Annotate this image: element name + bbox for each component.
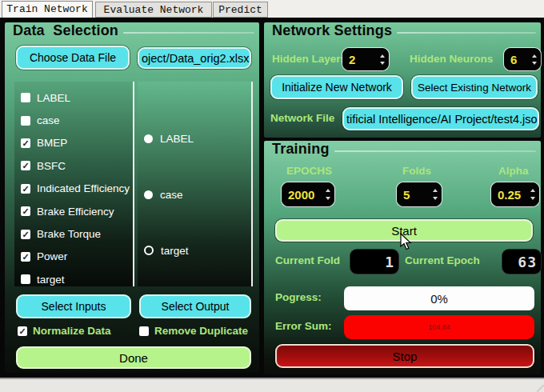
output-item-label: case (160, 189, 183, 201)
current-epoch-label: Current Epoch (405, 254, 480, 266)
network-file-label: Network File (270, 112, 334, 124)
checkbox-icon[interactable]: ✓ (21, 138, 30, 148)
spinner-arrows-icon[interactable] (322, 183, 334, 206)
hidden-neurons-spinbox[interactable]: 6 (504, 48, 541, 70)
checkbox-icon[interactable]: ✓ (21, 252, 30, 262)
output-list[interactable]: LABELcasetarget (138, 82, 253, 286)
input-item-label: LABEL (37, 92, 70, 104)
title-rule (397, 32, 536, 34)
input-list-item[interactable]: ✓Brake Torque (14, 222, 133, 245)
input-item-label: Power (37, 250, 67, 262)
checkbox-icon[interactable]: ✓ (21, 206, 30, 216)
error-sum-label: Error Sum: (275, 320, 332, 332)
input-item-label: case (37, 114, 60, 126)
error-sum-bar: 104.84 (344, 315, 534, 339)
tab-train-network[interactable]: Train Network (2, 1, 93, 18)
input-list-item[interactable]: ✓Brake Efficiency (14, 200, 133, 222)
hidden-neurons-value: 6 (505, 53, 529, 66)
normalize-data-checkbox[interactable]: ✓ Normalize Data (18, 325, 111, 337)
main-area: Data Selection Choose Data File oject/Da… (0, 18, 544, 379)
epochs-label: EPOCHS (286, 165, 332, 177)
remove-duplicate-label: Remove Duplicate (154, 325, 248, 337)
hidden-layers-spinbox[interactable]: 2 (342, 48, 389, 70)
select-existing-network-button[interactable]: Select Existing Network (411, 75, 538, 99)
current-epoch-display: 63 (502, 250, 541, 274)
stop-button[interactable]: Stop (275, 344, 534, 368)
network-settings-title-text: Network Settings (272, 22, 392, 39)
folds-label: Folds (402, 165, 431, 177)
spinner-arrows-icon[interactable] (529, 49, 540, 70)
data-file-path-field[interactable]: oject/Data_orig2.xlsx (138, 47, 251, 69)
alpha-label: Alpha (498, 165, 529, 177)
data-selection-title: Data Selection (13, 22, 254, 39)
choose-data-file-button[interactable]: Choose Data File (16, 46, 130, 70)
input-list-item[interactable]: target (14, 268, 133, 290)
resize-grip-icon (531, 379, 544, 392)
remove-duplicate-checkbox[interactable]: Remove Duplicate (139, 325, 248, 337)
initialize-new-network-button[interactable]: Initialize New Network (270, 75, 403, 99)
tab-bar: Train Network Evaluate Network Predict (0, 0, 544, 18)
output-item-label: LABEL (160, 133, 194, 145)
checkbox-icon[interactable]: ✓ (21, 184, 30, 194)
training-title: Training (272, 141, 536, 158)
input-list-item[interactable]: ✓BSFC (14, 154, 133, 177)
current-fold-label: Current Fold (275, 254, 340, 266)
checkbox-icon[interactable] (21, 274, 30, 284)
radio-icon[interactable] (144, 134, 153, 143)
radio-icon[interactable] (144, 246, 154, 255)
checkbox-icon[interactable] (21, 93, 30, 102)
input-item-label: Indicated Efficiency (37, 182, 130, 194)
checkbox-icon[interactable]: ✓ (21, 161, 30, 170)
spinner-arrows-icon[interactable] (377, 49, 388, 70)
data-selection-panel: Data Selection Choose Data File oject/Da… (5, 22, 259, 373)
tab-predict[interactable]: Predict (213, 2, 268, 18)
normalize-data-label: Normalize Data (33, 325, 111, 337)
input-item-label: Brake Efficiency (37, 206, 114, 218)
input-list-item[interactable]: ✓BMEP (14, 132, 133, 154)
input-list-item[interactable]: case (14, 109, 133, 131)
progress-bar: 0% (344, 286, 534, 310)
hidden-layers-label: Hidden Layers (272, 53, 346, 65)
hidden-neurons-label: Hidden Neurons (410, 53, 493, 65)
title-rule (123, 32, 254, 34)
alpha-value: 0.25 (492, 188, 527, 202)
epochs-value: 2000 (282, 188, 322, 202)
tab-evaluate-network[interactable]: Evaluate Network (95, 2, 212, 18)
select-output-button[interactable]: Select Output (139, 294, 251, 318)
output-item-label: target (161, 245, 189, 257)
output-list-item[interactable]: target (138, 222, 251, 278)
radio-icon[interactable] (144, 190, 153, 199)
checkbox-icon[interactable]: ✓ (21, 230, 30, 239)
folds-spinbox[interactable]: 5 (397, 182, 442, 206)
data-selection-title-text: Data Selection (13, 22, 118, 39)
done-button[interactable]: Done (16, 346, 251, 369)
checkbox-icon[interactable] (139, 326, 149, 336)
checkbox-icon[interactable] (21, 116, 30, 126)
checkbox-icon[interactable]: ✓ (18, 326, 27, 336)
folds-value: 5 (398, 188, 430, 202)
epochs-spinbox[interactable]: 2000 (282, 182, 334, 206)
input-item-label: target (37, 274, 65, 286)
input-item-label: BMEP (37, 137, 67, 149)
title-rule (334, 150, 536, 152)
current-fold-display: 1 (350, 250, 398, 274)
training-panel: Training EPOCHS Folds Alpha 2000 5 0.25 … (264, 141, 541, 374)
output-list-item[interactable]: case (138, 166, 251, 222)
alpha-spinbox[interactable]: 0.25 (491, 182, 539, 206)
input-list-item[interactable]: ✓Indicated Efficiency (14, 178, 133, 200)
hidden-layers-value: 2 (343, 53, 377, 66)
spinner-arrows-icon[interactable] (527, 183, 538, 206)
input-list-item[interactable]: ✓Power (14, 246, 133, 268)
input-item-label: Brake Torque (37, 228, 101, 240)
mouse-cursor-icon (400, 233, 412, 250)
input-item-label: BSFC (37, 160, 66, 172)
network-settings-panel: Network Settings Hidden Layers 2 Hidden … (264, 22, 541, 138)
output-list-item[interactable]: LABEL (138, 110, 251, 166)
input-list[interactable]: LABELcase✓BMEP✓BSFC✓Indicated Efficiency… (14, 82, 134, 286)
input-list-item[interactable]: LABEL (14, 86, 133, 109)
spinner-arrows-icon[interactable] (430, 183, 441, 206)
network-file-field[interactable]: tificial Intelligence/AI Project/test4.j… (342, 107, 539, 130)
network-settings-title: Network Settings (272, 22, 536, 39)
select-inputs-button[interactable]: Select Inputs (16, 294, 131, 318)
progress-label: Pogress: (275, 291, 322, 303)
